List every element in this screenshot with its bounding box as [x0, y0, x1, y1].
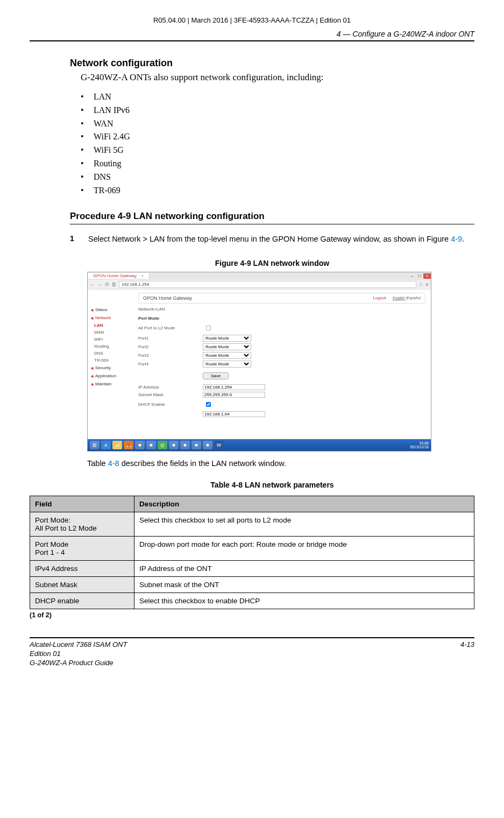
list-item: DNS: [81, 171, 474, 184]
page-footer: Alcatel-Lucent 7368 ISAM ONT Edition 01 …: [30, 637, 474, 668]
figure-caption: Figure 4-9 LAN network window: [70, 259, 474, 267]
firefox-icon[interactable]: 🦊: [124, 441, 133, 449]
ip-address-label: IP Address: [138, 385, 203, 390]
chrome-icon[interactable]: ◎: [158, 441, 167, 449]
list-item: WiFi 2.4G: [81, 130, 474, 144]
sidebar-item-wifi[interactable]: WiFi: [88, 336, 133, 343]
nav-back-icon[interactable]: ←: [90, 281, 95, 287]
port3-label: Port3: [138, 353, 203, 358]
app-icon[interactable]: ■: [180, 441, 190, 449]
step-number: 1: [70, 234, 79, 245]
port2-select[interactable]: Route Mode: [203, 343, 251, 350]
port2-label: Port2: [138, 344, 203, 349]
app-icon[interactable]: ■: [169, 441, 179, 449]
table-intro: Table 4-8 describes the fields in the LA…: [87, 459, 474, 468]
step-text: Select Network > LAN from the top-level …: [88, 235, 451, 243]
ie-icon[interactable]: e: [101, 441, 111, 449]
cell-desc: Select this checkbox to enable DHCP: [134, 593, 474, 609]
start-icon[interactable]: ⊞: [90, 441, 100, 449]
app-icon[interactable]: ■: [146, 441, 156, 449]
tab-title: GPON Home Gateway: [93, 273, 137, 278]
step-body: Select Network > LAN from the top-level …: [88, 234, 474, 245]
table-row: Port Mode: All Port to L2 Mode Select th…: [30, 512, 474, 536]
cell-field: Port Mode: All Port to L2 Mode: [30, 512, 134, 536]
page-number: 4-13: [460, 640, 474, 668]
explorer-icon[interactable]: 📁: [112, 441, 122, 449]
tab-close-icon[interactable]: ×: [141, 273, 144, 278]
port4-select[interactable]: Route Mode: [203, 361, 251, 368]
port-mode-heading: Port Mode: [138, 316, 425, 321]
sidebar-item-dns[interactable]: DNS: [88, 350, 133, 357]
port4-label: Port4: [138, 362, 203, 366]
list-item: TR-069: [81, 184, 474, 198]
table-row: IPv4 Address IP Address of the ONT: [30, 560, 474, 576]
port1-label: Port1: [138, 336, 203, 341]
step-text-after: .: [462, 235, 464, 243]
lang-espanol[interactable]: Español: [407, 296, 421, 300]
subnet-mask-label: Subnet Mask: [138, 392, 203, 397]
table-header-description: Description: [134, 496, 474, 512]
intro-text: G-240WZ-A ONTs also support network conf…: [81, 72, 474, 83]
star-icon[interactable]: ☆: [418, 281, 423, 287]
port1-select[interactable]: Route Mode: [203, 335, 251, 342]
sidebar-item-network[interactable]: Network: [88, 314, 133, 322]
list-item: WiFi 5G: [81, 144, 474, 157]
cell-field: Port Mode Port 1 - 4: [30, 536, 134, 560]
app-icon[interactable]: ■: [203, 441, 212, 449]
sidebar-item-status[interactable]: Status: [88, 306, 133, 314]
sidebar-item-wan[interactable]: WAN: [88, 329, 133, 336]
sidebar-item-application[interactable]: Application: [88, 372, 133, 380]
app-title: GPON Home Gateway: [143, 295, 192, 301]
table-ref-link[interactable]: 4-8: [108, 459, 119, 468]
table-header-field: Field: [30, 496, 134, 512]
all-l2-checkbox[interactable]: [206, 326, 211, 330]
sidebar-item-tr069[interactable]: TR-069: [88, 357, 133, 364]
cell-desc: Select this checkbox to set all ports to…: [134, 512, 474, 536]
window-maximize-icon[interactable]: □: [416, 273, 423, 279]
word-icon[interactable]: W: [214, 441, 224, 449]
window-close-icon[interactable]: ×: [423, 273, 431, 279]
port3-select[interactable]: Route Mode: [203, 352, 251, 359]
dhcp-enable-label: DHCP Enable: [138, 402, 203, 407]
taskbar-clock[interactable]: 15:08 2013/12/18: [410, 441, 429, 449]
save-button[interactable]: Save: [203, 372, 229, 379]
taskbar: ⊞ e 📁 🦊 ■ ■ ◎ ■ ■ ■ ■ W 15:08 2013/12/18: [88, 439, 431, 451]
footer-line-3: G-240WZ-A Product Guide: [30, 659, 127, 668]
procedure-title: Procedure 4-9 LAN networking configurati…: [70, 211, 474, 224]
footer-line-2: Edition 01: [30, 650, 127, 659]
document-id: R05.04.00 | March 2016 | 3FE-45933-AAAA-…: [30, 16, 474, 24]
nav-reload-icon[interactable]: ⟳: [105, 281, 109, 287]
nav-forward-icon[interactable]: →: [97, 281, 103, 287]
address-bar[interactable]: 192.168.1.254: [119, 281, 416, 288]
subnet-mask-input[interactable]: [203, 392, 265, 398]
sidebar-item-maintain[interactable]: Maintain: [88, 380, 133, 388]
lang-english[interactable]: English: [393, 296, 405, 300]
sidebar-item-lan[interactable]: LAN: [88, 322, 133, 329]
app-icon[interactable]: ■: [135, 441, 145, 449]
ip-address-input[interactable]: [203, 384, 265, 390]
table-row: Subnet Mask Subnet mask of the ONT: [30, 576, 474, 593]
cell-field: Subnet Mask: [30, 576, 134, 593]
window-minimize-icon[interactable]: –: [408, 273, 416, 279]
sidebar-item-security[interactable]: Security: [88, 364, 133, 372]
menu-icon[interactable]: ≡: [425, 281, 429, 287]
app-icon[interactable]: ■: [191, 441, 201, 449]
cell-field: IPv4 Address: [30, 560, 134, 576]
dhcp-enable-checkbox[interactable]: [206, 402, 211, 407]
page-icon: 🗎: [111, 281, 117, 287]
sidebar-item-routing[interactable]: Routing: [88, 343, 133, 350]
figure-screenshot: GPON Home Gateway × – □ × ← → ⟳ 🗎 192.16…: [87, 272, 474, 452]
extra-ip-input[interactable]: [203, 411, 265, 417]
lang-switch[interactable]: English |Español: [393, 296, 421, 300]
browser-tab[interactable]: GPON Home Gateway ×: [88, 273, 150, 279]
table-pagination: (1 of 2): [30, 611, 474, 619]
logout-link[interactable]: Logout: [373, 295, 386, 300]
figure-ref-link[interactable]: 4-9: [451, 235, 462, 243]
cell-desc: IP Address of the ONT: [134, 560, 474, 576]
list-item: LAN IPv6: [81, 104, 474, 117]
section-heading: Network configuration: [70, 58, 474, 69]
list-item: WAN: [81, 117, 474, 131]
chapter-header: 4 — Configure a G-240WZ-A indoor ONT: [30, 30, 474, 41]
footer-line-1: Alcatel-Lucent 7368 ISAM ONT: [30, 640, 127, 650]
list-item: Routing: [81, 157, 474, 171]
